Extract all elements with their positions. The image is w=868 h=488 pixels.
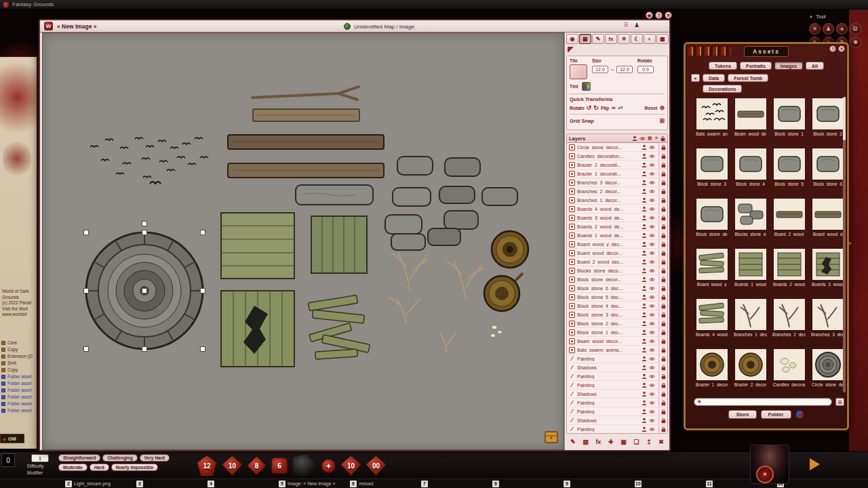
asset-tile[interactable]: Boards_4_wood	[692, 298, 731, 346]
sync-icon[interactable]	[795, 410, 804, 419]
help-button[interactable]: ?	[829, 45, 836, 52]
layer-eye-icon[interactable]	[649, 145, 655, 150]
layer-row[interactable]: Block_stone_2_dec...	[567, 319, 667, 328]
layer-row[interactable]: Board_wood_y_dec...	[567, 240, 667, 249]
asset-tile[interactable]: Boards_1_wood	[731, 247, 770, 296]
size-link-icon[interactable]: ⇔	[610, 66, 615, 73]
map-canvas[interactable]	[42, 33, 564, 450]
layer-row[interactable]: Beam_wood_decor...	[567, 337, 667, 346]
layer-person-icon[interactable]	[642, 285, 647, 291]
layer-row[interactable]: Block_stone_6_dec...	[567, 284, 667, 293]
layer-eye-icon[interactable]	[649, 171, 655, 176]
layer-lock-icon[interactable]	[658, 249, 667, 257]
asset-tile[interactable]: Board_wood_y	[692, 247, 731, 296]
layer-person-icon[interactable]	[642, 312, 647, 317]
gm-portrait[interactable]: ✶	[750, 445, 789, 484]
layer-lock-icon[interactable]	[658, 399, 667, 407]
layer-lock-icon[interactable]	[658, 240, 667, 248]
difficulty-moderate[interactable]: Moderate	[58, 464, 87, 471]
sidebar-entry[interactable]: Folder asset	[1, 388, 33, 392]
layer-lock-icon[interactable]	[658, 266, 667, 274]
layer-eye-icon[interactable]	[649, 260, 655, 264]
layer-person-icon[interactable]	[642, 303, 647, 308]
radial-menu-button[interactable]: ◈	[646, 12, 653, 19]
mode-effects-button[interactable]: fx	[605, 34, 617, 44]
layer-lock-icon[interactable]	[658, 328, 667, 336]
layers-move-up-button[interactable]: ↥	[646, 439, 652, 445]
layer-row[interactable]: Block_stone_3_dec...	[567, 310, 667, 319]
asset-tile[interactable]: Block_stone_2	[808, 97, 847, 145]
layer-person-icon[interactable]	[642, 206, 647, 211]
modifier-stack-box[interactable]: 0	[1, 453, 15, 467]
layer-person-icon[interactable]	[642, 250, 647, 256]
layer-eye-icon[interactable]	[649, 189, 655, 194]
layers-delete-button[interactable]: ✖	[658, 439, 664, 445]
layers-group-button[interactable]: ▣	[620, 439, 627, 445]
die-d8[interactable]: 8	[248, 457, 266, 475]
taskbar-item[interactable]: 8	[492, 481, 564, 487]
layer-row[interactable]: Block_stone_decor...	[567, 275, 667, 284]
layer-eye-icon[interactable]	[649, 348, 655, 352]
sidebar-entry[interactable]: Folder asset	[1, 408, 33, 413]
mode-light-button[interactable]: ☀	[618, 34, 630, 44]
rotate-cw-icon[interactable]: ↻	[593, 104, 599, 111]
difficulty-challenging[interactable]: Challenging	[102, 454, 137, 462]
layer-eye-icon[interactable]	[649, 383, 655, 388]
die-add-die[interactable]: +	[321, 459, 336, 473]
layer-row[interactable]: Branches_1_decor...	[567, 196, 667, 205]
layer-row[interactable]: ∕Painting	[567, 372, 667, 381]
layer-eye-icon[interactable]	[649, 251, 655, 256]
taskbar-item[interactable]: 9	[564, 481, 635, 487]
sidebar-entry[interactable]: Core	[1, 340, 33, 345]
taskbar-item[interactable]: 7	[421, 481, 492, 487]
layer-person-icon[interactable]	[642, 321, 647, 326]
reset-icon[interactable]: ⊗	[659, 104, 665, 111]
layer-eye-icon[interactable]	[649, 392, 655, 396]
taskbar-item[interactable]: 2Light_stream.png	[65, 481, 136, 487]
layer-person-icon[interactable]	[642, 329, 647, 335]
layer-eye-icon[interactable]	[649, 312, 655, 317]
die-d100[interactable]: 00	[366, 456, 386, 476]
layer-person-icon[interactable]	[642, 144, 647, 150]
taskbar-item[interactable]: 5Image: « New Image »	[279, 481, 350, 487]
tool-button-cards[interactable]: ♠	[836, 23, 848, 35]
layer-row[interactable]: Branches_3_decor...	[567, 178, 667, 187]
figure-icon[interactable]: ♟	[634, 22, 639, 28]
layers-add-button[interactable]: ✚	[608, 439, 614, 445]
play-button[interactable]	[810, 458, 820, 470]
asset-tile[interactable]: Block_stone_3	[692, 147, 731, 195]
layer-row[interactable]: Branches_2_decor...	[567, 187, 667, 196]
layer-person-icon[interactable]	[642, 382, 647, 388]
layer-person-icon[interactable]	[642, 338, 647, 344]
difficulty-nearly-impossible[interactable]: Nearly Impossible	[111, 464, 159, 471]
layers-duplicate-button[interactable]: ❏	[633, 439, 639, 445]
help-button[interactable]: ?	[655, 12, 663, 19]
asset-tile[interactable]: Bats_swarm_an	[692, 97, 731, 145]
flip-vertical-icon[interactable]: ▴▾	[618, 105, 623, 110]
list-view-button[interactable]: ☰	[835, 398, 844, 406]
mode-tiles-button[interactable]: ▦	[579, 34, 591, 44]
breadcrumb-forest-tomb[interactable]: Forest Tomb	[728, 74, 768, 82]
layer-row[interactable]: Block_stone_5_dec...	[567, 293, 667, 302]
layer-lock-icon[interactable]	[658, 169, 667, 178]
layer-row[interactable]: Boards_2_wood_de...	[567, 222, 667, 231]
layer-row[interactable]: Boards_1_wood_de...	[567, 231, 667, 240]
layer-eye-icon[interactable]	[649, 207, 655, 211]
layers-merge-button[interactable]: ▤	[583, 439, 589, 445]
difficulty-straightforward[interactable]: Straightforward	[58, 454, 100, 462]
die-d10-b[interactable]: 10	[341, 456, 361, 476]
die-d12[interactable]: 12	[197, 455, 217, 476]
layer-person-icon[interactable]	[642, 294, 647, 300]
layer-lock-icon[interactable]	[658, 222, 667, 230]
tile-thumbnail[interactable]	[570, 64, 587, 79]
layer-lock-icon[interactable]	[658, 214, 667, 222]
sidebar-entry[interactable]: Folder asset	[1, 381, 33, 386]
mode-grid-button[interactable]: ▩	[656, 34, 669, 44]
token-bag-icon[interactable]: ⠿	[624, 22, 629, 28]
sidebar-entry[interactable]: Copy	[1, 367, 33, 372]
tool-button-dice-tower[interactable]: ⚄	[850, 23, 861, 35]
asset-tile[interactable]: Board_2_wood	[770, 197, 808, 245]
layer-eye-icon[interactable]	[649, 180, 655, 185]
layer-eye-icon[interactable]	[649, 304, 655, 308]
size-width-input[interactable]: 12.0	[592, 66, 608, 73]
